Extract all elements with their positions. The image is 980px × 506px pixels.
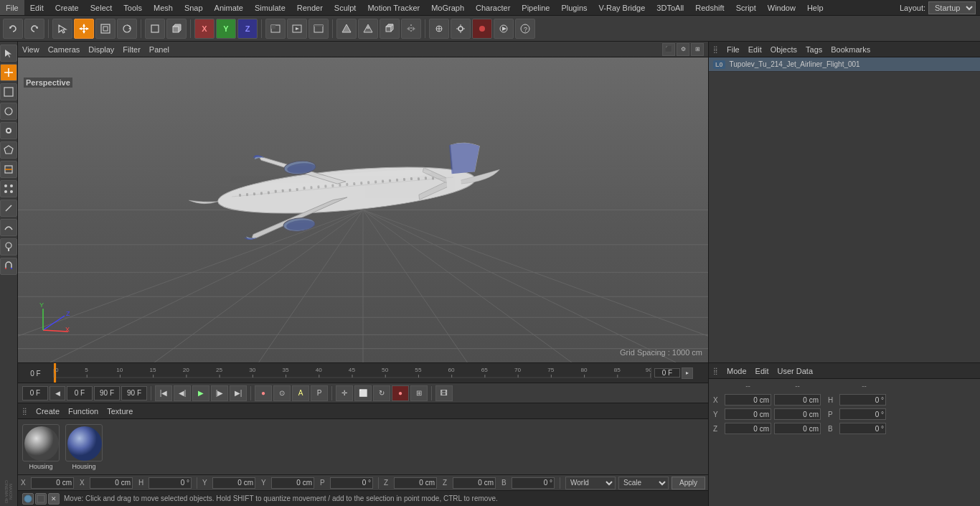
tool-point[interactable]	[0, 180, 17, 197]
select-model-button[interactable]	[52, 19, 72, 39]
attr-z-scale[interactable]	[774, 423, 821, 434]
decrease-start-frame[interactable]: ◀	[50, 386, 65, 400]
rotate-tool-pb[interactable]: ↻	[373, 385, 390, 401]
status-icon-2[interactable]	[35, 493, 47, 505]
coord-z-input[interactable]	[394, 477, 437, 489]
mat-menu-function[interactable]: Function	[68, 407, 98, 416]
scale-select[interactable]: Scale	[618, 477, 669, 489]
help-button[interactable]: ?	[515, 19, 535, 39]
menu-mesh[interactable]: Mesh	[148, 0, 179, 15]
viewport-settings[interactable]: ⚙	[677, 43, 689, 56]
menu-help[interactable]: Help	[801, 0, 829, 15]
view-cube-button[interactable]	[380, 19, 400, 39]
menu-3dtoall[interactable]: 3DToAll	[651, 0, 689, 15]
menu-tools[interactable]: Tools	[118, 0, 148, 15]
render-view-button[interactable]	[287, 19, 307, 39]
go-to-end-button[interactable]: ▶|	[230, 385, 247, 401]
null-button[interactable]	[145, 19, 165, 39]
move-tool-pb[interactable]: ✛	[336, 385, 353, 401]
object-item-1[interactable]: L0 Tupolev_Tu_214_Jet_Airliner_Flight_00…	[709, 57, 980, 72]
step-back-button[interactable]: ◀|	[174, 385, 191, 401]
attr-menu-userdata[interactable]: User Data	[778, 367, 814, 375]
tool-rotate[interactable]	[0, 103, 17, 120]
cube-button[interactable]	[166, 19, 187, 39]
apply-button[interactable]: Apply	[672, 477, 705, 489]
viewport-grid[interactable]: ⊞	[691, 43, 704, 56]
coord-b-input[interactable]	[512, 477, 555, 489]
attr-y-pos[interactable]	[725, 408, 771, 420]
current-frame-input[interactable]	[654, 368, 680, 378]
menu-pipeline[interactable]: Pipeline	[516, 0, 555, 15]
current-playback-frame[interactable]	[67, 386, 93, 400]
undo-button[interactable]	[3, 19, 23, 39]
scale-button[interactable]	[95, 19, 116, 39]
render-picture-viewer-button[interactable]	[308, 19, 329, 39]
attr-h-rot[interactable]	[839, 394, 886, 406]
attr-x-pos[interactable]	[725, 394, 771, 406]
attr-p-rot[interactable]	[839, 408, 886, 420]
x-axis-button[interactable]: X	[194, 19, 215, 39]
move-button[interactable]	[74, 19, 94, 39]
menu-window[interactable]: Window	[762, 0, 801, 15]
mirror-button[interactable]	[401, 19, 421, 39]
viewport-canvas[interactable]: Perspective	[18, 57, 708, 362]
menu-vray[interactable]: V-Ray Bridge	[593, 0, 651, 15]
world-select[interactable]: World Object	[565, 477, 616, 489]
shading-phong-button[interactable]	[358, 19, 378, 39]
play-record-button[interactable]	[494, 19, 514, 39]
attr-z-pos[interactable]	[725, 423, 771, 434]
menu-simulate[interactable]: Simulate	[249, 0, 291, 15]
material-item-2[interactable]: Housing	[65, 424, 103, 470]
tool-knife[interactable]	[0, 200, 17, 217]
tool-scale[interactable]	[0, 83, 17, 100]
playback-max-frame[interactable]	[121, 386, 147, 400]
menu-motion-tracker[interactable]: Motion Tracker	[362, 0, 425, 15]
menu-render[interactable]: Render	[291, 0, 329, 15]
status-icon-3[interactable]: ✕	[48, 493, 60, 505]
menu-select[interactable]: Select	[85, 0, 118, 15]
tool-select[interactable]	[0, 44, 17, 62]
menu-redshift[interactable]: Redshift	[689, 0, 730, 15]
playback-end-frame[interactable]	[94, 386, 120, 400]
object-axis-button[interactable]	[429, 19, 449, 39]
z-axis-button[interactable]: Z	[237, 19, 258, 39]
menu-file[interactable]: File	[0, 0, 24, 15]
mat-menu-texture[interactable]: Texture	[107, 407, 133, 416]
menu-create[interactable]: Create	[50, 0, 85, 15]
shading-flat-button[interactable]	[336, 19, 357, 39]
menu-animate[interactable]: Animate	[209, 0, 249, 15]
obj-menu-file[interactable]: File	[727, 45, 740, 54]
attr-menu-mode[interactable]: Mode	[727, 367, 747, 375]
record-button[interactable]	[472, 19, 492, 39]
attr-y-scale[interactable]	[774, 408, 821, 420]
obj-menu-tags[interactable]: Tags	[806, 45, 822, 54]
record-active-button[interactable]: ●	[255, 385, 272, 401]
snap-settings-button[interactable]	[451, 19, 471, 39]
viewport-maximize[interactable]: ⬛	[662, 43, 675, 56]
status-icon-1[interactable]	[22, 493, 34, 505]
playback-start-frame[interactable]	[22, 386, 48, 400]
tool-spline[interactable]	[0, 219, 17, 236]
tool-move[interactable]	[0, 64, 17, 81]
menu-snap[interactable]: Snap	[179, 0, 209, 15]
play-forward-all[interactable]: P	[311, 385, 328, 401]
mat-menu-create[interactable]: Create	[36, 407, 60, 416]
viewport-menu-panel[interactable]: Panel	[149, 45, 169, 54]
material-item-1[interactable]: Housing	[22, 424, 60, 470]
rotate-button[interactable]	[117, 19, 137, 39]
obj-menu-edit[interactable]: Edit	[748, 45, 762, 54]
timeline-start-input[interactable]	[21, 370, 50, 378]
viewport-menu-view[interactable]: View	[22, 45, 39, 54]
coord-z2-input[interactable]	[453, 477, 496, 489]
film-mode-button[interactable]: 🎞	[435, 385, 453, 401]
mode-btn-1[interactable]: ⊞	[410, 385, 428, 401]
step-forward-button[interactable]: |▶	[211, 385, 228, 401]
attr-menu-edit[interactable]: Edit	[755, 367, 769, 375]
go-to-start-button[interactable]: |◀	[155, 385, 172, 401]
y-axis-button[interactable]: Y	[216, 19, 236, 39]
menu-character[interactable]: Character	[470, 0, 516, 15]
obj-menu-bookmarks[interactable]: Bookmarks	[831, 45, 870, 54]
tool-joints[interactable]	[0, 122, 17, 139]
frame-step-button[interactable]: ▸	[682, 367, 693, 379]
scale-tool-pb[interactable]: ⬜	[354, 385, 372, 401]
